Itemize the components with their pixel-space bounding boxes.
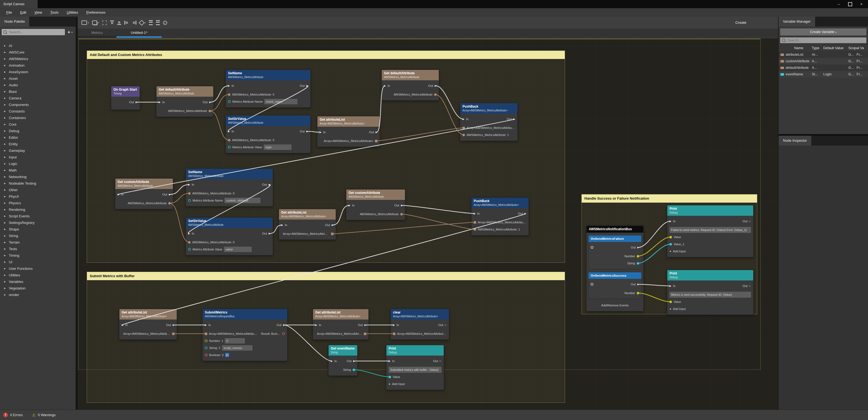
exec-pin[interactable]: ▶ [118,193,119,196]
data-pin-ring[interactable] [205,339,208,342]
menu-item-edit[interactable]: Edit [16,10,30,15]
node-header[interactable]: Get attributeListArray<AWSMetrics_Metric… [317,116,380,127]
node-header[interactable]: PushBackArray<AWSMetrics_MetricsAttribut… [460,103,517,114]
palette-category-debug[interactable]: ▶Debug [0,128,75,134]
node-header[interactable]: Get attributeListArray<AWSMetrics_Metric… [279,209,336,220]
errors-status[interactable]: ! 0 Errors [3,413,23,417]
exec-pin[interactable]: ▷ [749,284,751,287]
expand-arrow-icon[interactable]: ▶ [4,261,6,263]
unordered-list-icon[interactable] [156,20,160,25]
node-header[interactable]: On Graph StartTiming [111,86,140,97]
data-pin[interactable] [400,213,403,216]
palette-category-vegetation[interactable]: ▶Vegetation [0,285,75,291]
column-header[interactable]: al Va [857,46,868,50]
data-pin-ring[interactable] [282,332,285,335]
value-field[interactable]: script_canvas [222,345,252,351]
node-setstrvalue[interactable]: SetStrValueAWSMetrics_MetricsAttribute▶I… [186,217,273,255]
node-header[interactable]: Get eventNameString [329,345,357,356]
exec-pin[interactable]: ▶ [463,118,464,120]
palette-category-tests[interactable]: ▶Tests [0,246,75,252]
palette-category-awsmetrics[interactable]: ▶AWSMetrics [0,55,75,62]
variable-search-input[interactable] [787,38,865,43]
palette-category-script-events[interactable]: ▶Script Events [0,213,75,219]
expand-arrow-icon[interactable]: ▶ [4,241,6,244]
add-remove-events[interactable]: Add/Remove Events [587,302,643,309]
node-get-customattribute[interactable]: Get customAttributeAWSMetrics_MetricsAtt… [346,189,405,220]
validate-icon[interactable]: ✓ [163,21,167,25]
palette-category-ai[interactable]: ▶AI [0,42,75,49]
palette-category-containers[interactable]: ▶Containers [0,114,75,121]
palette-category-ui[interactable]: ▶UI [0,259,75,265]
node-header[interactable]: Get attributeListArray<AWSMetrics_Metric… [119,309,177,319]
menu-item-view[interactable]: View [30,10,46,15]
minimize-icon[interactable]: – [838,2,840,6]
expand-arrow-icon[interactable]: ▶ [4,143,6,145]
exec-pin[interactable]: ▶ [173,324,175,326]
data-pin[interactable] [209,110,211,112]
palette-category-animation[interactable]: ▶Animation [0,62,75,68]
create-button[interactable]: Create [731,17,751,29]
expand-arrow-icon[interactable]: ▶ [4,149,6,152]
palette-search-input[interactable] [8,30,63,34]
exec-pin[interactable]: ▶ [384,84,386,87]
palette-category-blast[interactable]: ▶Blast [0,88,75,95]
close-icon[interactable]: × [860,2,863,6]
exec-pin[interactable]: ▶ [228,130,230,133]
node-header[interactable]: Get defaultAttributeAWSMetrics_MetricsAt… [157,86,213,97]
print-message-field[interactable]: Submitted metrics with buffer : {Value} [389,367,441,373]
palette-category-other[interactable]: ▶Other [0,187,75,193]
expand-arrow-icon[interactable]: ▶ [4,208,6,211]
exec-pin[interactable]: ▶ [281,224,283,226]
palette-category-nodeable-testing[interactable]: ▶Nodeable Testing [0,180,75,187]
exec-pin[interactable]: ▶ [637,283,639,286]
palette-category-areasystem[interactable]: ▶AreaSystem [0,68,75,75]
maximize-icon[interactable] [848,2,852,6]
expand-arrow-icon[interactable]: ▶ [4,97,6,100]
palette-category-editor[interactable]: ▶Editor [0,134,75,141]
exec-pin[interactable]: ▶ [209,101,211,104]
exec-pin[interactable]: ▶ [188,232,190,235]
menu-item-file[interactable]: File [2,10,16,15]
node-header[interactable]: clearArray<AWSMetrics_MetricsAttribute> [391,309,449,319]
screenshot-icon[interactable]: ▾ [140,21,146,25]
data-pin[interactable] [172,333,175,335]
expand-arrow-icon[interactable]: ▶ [4,169,6,171]
column-header[interactable]: Type [812,46,823,50]
exec-pin[interactable]: ▶ [228,84,230,87]
add-input-icon[interactable]: + [389,382,390,386]
data-pin[interactable] [463,134,465,136]
palette-category-string[interactable]: ▶String [0,232,75,239]
expand-arrow-icon[interactable]: ▶ [4,64,6,67]
exec-pin[interactable]: ▶ [401,204,403,207]
align-right-icon[interactable] [132,21,136,25]
exec-pin[interactable]: ▶ [315,324,317,326]
data-pin-ring[interactable] [228,100,231,103]
tab-untitled-1[interactable]: Untitled-1^ [117,29,162,36]
variable-row-eventname[interactable]: eventNameSt...LoginG...Fr... [779,71,868,78]
data-pin[interactable] [637,292,639,295]
add-input-row[interactable]: +Add Input [667,248,753,255]
value-field[interactable]: 0 [225,338,245,343]
node-header[interactable]: SetNameAWSMetrics_MetricsAttribute [226,70,310,80]
palette-category-shape[interactable]: ▶Shape [0,226,75,232]
palette-category-audio[interactable]: ▶Audio [0,82,75,88]
node-setstrvalue[interactable]: SetStrValueAWSMetrics_MetricsAttribute▶I… [225,115,311,153]
expand-arrow-icon[interactable]: ▶ [4,287,6,289]
node-palette-tab[interactable]: Node Palette [0,17,29,27]
node-get-attributelist[interactable]: Get attributeListArray<AWSMetrics_Metric… [119,309,177,340]
expand-arrow-icon[interactable]: ▶ [4,176,6,178]
expand-arrow-icon[interactable]: ▶ [4,189,6,191]
palette-category-utilities[interactable]: ▶Utilities [0,272,75,278]
data-pin[interactable] [331,233,334,235]
expand-arrow-icon[interactable]: ▶ [4,228,6,230]
add-input-row[interactable]: +Add Input [667,305,753,312]
expand-arrow-icon[interactable]: ▶ [4,215,6,217]
palette-category-core[interactable]: ▶Core [0,121,75,128]
checkbox-checked[interactable]: ✓ [225,353,229,357]
align-top-icon[interactable] [110,21,114,25]
expand-arrow-icon[interactable]: ▶ [4,280,6,283]
node-awsmetricsnotificationbus[interactable]: AWSMetricsNotificationBusOnSendMetricsFa… [586,226,644,311]
palette-category-user-functions[interactable]: ▶User Functions [0,265,75,272]
data-pin-ring[interactable] [228,146,231,148]
add-input-icon[interactable]: + [670,250,671,253]
